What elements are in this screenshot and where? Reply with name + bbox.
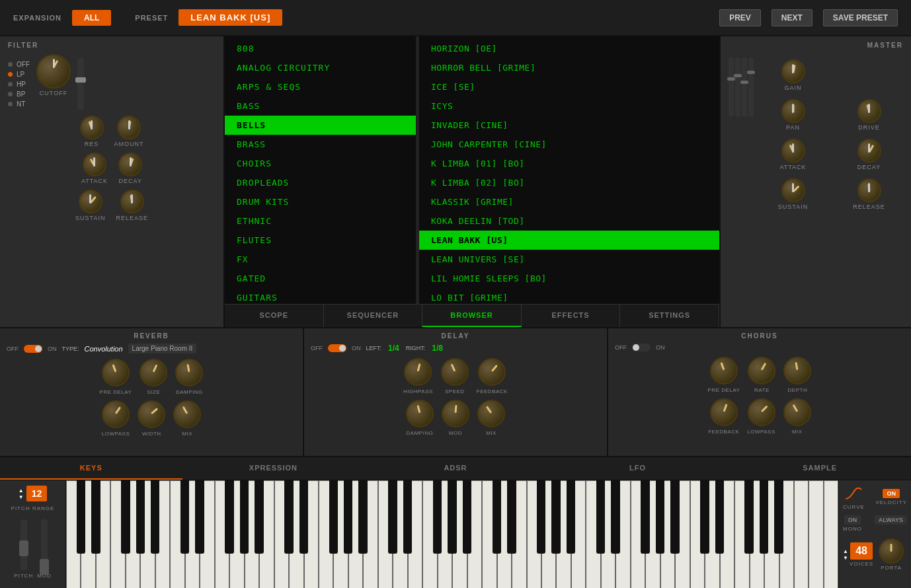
delay-mod-knob[interactable] [442, 400, 469, 427]
chorus-mix-knob[interactable] [783, 398, 811, 426]
filter-attack-knob[interactable] [83, 153, 106, 176]
reverb-predelay-knob[interactable] [102, 359, 130, 386]
filter-release-knob[interactable] [120, 190, 144, 213]
tab-xpression[interactable]: XPRESSION [182, 457, 365, 480]
master-drive-knob[interactable] [857, 99, 881, 123]
tab-keys[interactable]: KEYS [0, 457, 182, 480]
black-key-21[interactable] [507, 480, 516, 554]
delay-feedback-knob[interactable] [478, 358, 506, 386]
category-fx[interactable]: FX [225, 250, 416, 269]
voices-down-arrow[interactable]: ▼ [843, 555, 848, 561]
master-attack-knob[interactable] [781, 139, 805, 163]
black-key-6[interactable] [195, 480, 204, 554]
tab-sequencer[interactable]: SEQUENCER [324, 305, 423, 327]
res-knob[interactable] [80, 116, 104, 139]
tab-sample[interactable]: SAMPLE [729, 457, 911, 480]
black-key-28[interactable] [641, 480, 649, 554]
chorus-toggle[interactable] [632, 344, 651, 351]
reverb-lowpass-knob[interactable] [102, 400, 130, 428]
reverb-mix-knob[interactable] [173, 400, 201, 428]
preset-name-button[interactable]: LEAN BAKK [US] [178, 9, 282, 26]
preset-invader[interactable]: INVADER [CINE] [419, 116, 719, 135]
pitch-range-arrows[interactable]: ▲ ▼ [19, 488, 24, 500]
save-preset-button[interactable]: SAVE PRESET [823, 9, 898, 26]
black-key-3[interactable] [121, 480, 130, 554]
tab-lfo[interactable]: LFO [547, 457, 729, 480]
category-arps[interactable]: ARPS & SEQS [225, 77, 416, 96]
tab-scope[interactable]: SCOPE [225, 305, 324, 327]
category-ethnic[interactable]: ETHNIC [225, 211, 416, 231]
voices-up-arrow[interactable]: ▲ [843, 548, 848, 554]
filter-type-off[interactable]: OFF [8, 61, 30, 68]
delay-highpass-knob[interactable] [404, 358, 432, 386]
delay-mix-knob[interactable] [477, 400, 505, 427]
master-sustain-knob[interactable] [781, 178, 805, 202]
black-key-14[interactable] [344, 480, 352, 554]
mono-badge[interactable]: ON [844, 515, 861, 525]
black-key-10[interactable] [255, 480, 263, 554]
prev-button[interactable]: PREV [719, 9, 761, 26]
category-guitars[interactable]: GUITARS [225, 288, 416, 304]
chorus-predelay-knob[interactable] [710, 357, 738, 385]
preset-lil-homie[interactable]: LIL HOMIE SLEEPS [BO] [419, 269, 719, 288]
black-key-5[interactable] [180, 480, 189, 554]
filter-decay-knob[interactable] [118, 153, 142, 176]
chorus-feedback-knob[interactable] [710, 398, 738, 426]
chorus-rate-knob[interactable] [748, 357, 775, 385]
reverb-size-knob[interactable] [139, 359, 167, 386]
cutoff-knob[interactable] [36, 54, 71, 89]
filter-type-nt[interactable]: NT [8, 100, 30, 108]
category-dropleads[interactable]: DROPLEADS [225, 173, 416, 192]
black-key-1[interactable] [91, 480, 100, 554]
black-key-23[interactable] [537, 480, 545, 554]
black-key-35[interactable] [774, 480, 783, 554]
master-slider-4[interactable] [748, 57, 754, 117]
black-key-20[interactable] [493, 480, 501, 554]
preset-lean-univers[interactable]: LEAN UNIVERS [SE] [419, 250, 719, 269]
black-key-0[interactable] [77, 480, 85, 554]
preset-lean-bakk[interactable]: LEAN BAKK [US] [419, 231, 719, 250]
amount-knob[interactable] [117, 116, 141, 139]
preset-koka-deelin[interactable]: KOKA DEELIN [TOD] [419, 211, 719, 231]
pitch-down-arrow[interactable]: ▼ [19, 494, 24, 500]
black-key-9[interactable] [240, 480, 249, 554]
black-key-19[interactable] [448, 480, 456, 554]
all-button[interactable]: ALL [72, 10, 111, 26]
preset-k-limba-01[interactable]: K LIMBA [01] [BO] [419, 154, 719, 173]
filter-slider[interactable] [77, 57, 84, 110]
filter-type-lp[interactable]: LP [8, 71, 30, 78]
pitch-slider[interactable] [20, 519, 27, 570]
tab-effects[interactable]: EFFECTS [522, 305, 621, 327]
next-button[interactable]: NEXT [772, 9, 812, 26]
always-badge[interactable]: ALWAYS [875, 515, 907, 525]
white-key-51[interactable] [824, 480, 838, 588]
preset-lo-bit[interactable]: LO BIT [GRIME] [419, 288, 719, 304]
preset-icys[interactable]: ICYS [419, 96, 719, 116]
black-key-20[interactable] [463, 480, 471, 554]
master-slider-1[interactable] [729, 57, 734, 117]
master-slider-3[interactable] [742, 57, 747, 117]
preset-klassik[interactable]: KLASSIK [GRIME] [419, 192, 719, 211]
chorus-depth-knob[interactable] [783, 357, 811, 385]
black-key-26[interactable] [611, 480, 619, 554]
pitch-up-arrow[interactable]: ▲ [19, 488, 24, 494]
porta-knob[interactable] [879, 538, 904, 564]
black-key-10[interactable] [284, 480, 293, 554]
preset-horizon[interactable]: HORIZON [OE] [419, 39, 719, 58]
tab-settings[interactable]: SETTINGS [620, 305, 719, 327]
black-key-8[interactable] [225, 480, 233, 554]
category-drumkits[interactable]: DRUM KITS [225, 192, 416, 211]
preset-horror-bell[interactable]: HORROR BELL [GRIME] [419, 58, 719, 77]
mod-slider[interactable] [41, 519, 48, 570]
black-key-30[interactable] [670, 480, 679, 554]
black-key-16[interactable] [403, 480, 412, 554]
black-key-25[interactable] [596, 480, 605, 554]
reverb-width-knob[interactable] [138, 400, 165, 428]
voices-arrows[interactable]: ▲ ▼ [843, 548, 848, 561]
filter-type-bp[interactable]: BP [8, 91, 30, 98]
black-key-15[interactable] [358, 480, 367, 554]
reverb-toggle[interactable] [24, 345, 42, 353]
black-key-13[interactable] [329, 480, 338, 554]
black-key-34[interactable] [760, 480, 768, 554]
category-flutes[interactable]: FLUTES [225, 231, 416, 250]
